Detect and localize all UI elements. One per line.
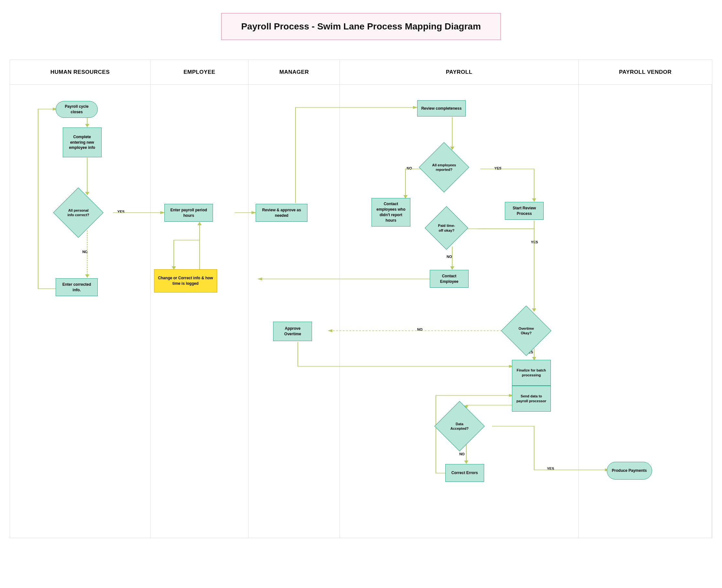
node-complete-entering: Complete entering new employee info	[63, 127, 102, 157]
node-approve-overtime: Approve Overtime	[273, 322, 312, 341]
label-no: NO	[447, 255, 452, 258]
node-produce-payments: Produce Payments	[607, 462, 652, 480]
node-label: Contact employees who didn't report hour…	[375, 201, 407, 223]
node-finalize-batch: Finalize for batch processing	[512, 360, 551, 386]
lane-header-vendor: PAYROLL VENDOR	[579, 60, 712, 84]
lane-header-manager: MANAGER	[249, 60, 340, 84]
lane-headers: HUMAN RESOURCES EMPLOYEE MANAGER PAYROLL…	[10, 60, 712, 85]
node-label: Send data to payroll processor	[515, 394, 548, 404]
decision-all-emp-reported: All employees reported?	[426, 149, 462, 185]
lane-col-employee	[150, 85, 249, 538]
label-no: NO	[82, 250, 88, 254]
node-enter-payroll-hours: Enter payroll period hours	[164, 204, 213, 222]
node-review-approve: Review & approve as needed	[256, 204, 307, 222]
label-yes: YES	[118, 210, 125, 214]
node-contact-employee: Contact Employee	[430, 270, 469, 288]
node-label: Start Review Process	[508, 206, 541, 216]
node-label: All personal info correct?	[61, 195, 96, 230]
node-payroll-cycle-closes: Payroll cycle closes	[56, 101, 98, 118]
node-change-correct: Change or Correct info & how time is log…	[154, 269, 217, 293]
node-label: Payroll cycle closes	[59, 104, 95, 115]
node-label: Review completeness	[421, 106, 462, 111]
lane-header-hr: HUMAN RESOURCES	[10, 60, 150, 84]
node-label: Change or Correct info & how time is log…	[157, 275, 214, 287]
node-label: Complete entering new employee info	[66, 134, 99, 150]
decision-data-accepted: Data Accepted?	[442, 408, 477, 444]
node-correct-errors: Correct Errors	[445, 464, 484, 482]
lane-header-payroll: PAYROLL	[340, 60, 578, 84]
node-label: All employees reported?	[426, 149, 462, 185]
node-label: Enter payroll period hours	[167, 207, 210, 218]
decision-paid-timeoff: Paid time-off okay?	[431, 213, 462, 243]
label-yes: YES	[494, 166, 502, 170]
label-yes: YES	[531, 240, 538, 244]
node-label: Correct Errors	[451, 470, 478, 476]
node-label: Finalize for batch processing	[515, 368, 548, 378]
node-label: Approve Overtime	[276, 326, 309, 337]
label-no: NO	[406, 166, 412, 170]
lane-header-employee: EMPLOYEE	[150, 60, 249, 84]
label-no: NO	[417, 328, 423, 331]
label-no: NO	[459, 452, 465, 456]
node-label: Data Accepted?	[442, 408, 477, 444]
node-contact-emp-noreport: Contact employees who didn't report hour…	[371, 198, 410, 227]
node-send-data: Send data to payroll processor	[512, 386, 551, 412]
diagram-title: Payroll Process - Swim Lane Process Mapp…	[241, 21, 481, 32]
node-review-completeness: Review completeness	[417, 100, 466, 117]
diagram-title-box: Payroll Process - Swim Lane Process Mapp…	[221, 13, 501, 40]
node-enter-corrected: Enter corrected info.	[56, 278, 98, 296]
node-label: Overtime Okay?	[508, 313, 544, 349]
node-label: Contact Employee	[433, 273, 466, 285]
node-label: Produce Payments	[612, 468, 647, 474]
decision-personal-info: All personal info correct?	[61, 195, 96, 230]
node-start-review: Start Review Process	[505, 202, 544, 220]
node-label: Paid time-off okay?	[431, 213, 462, 243]
lane-col-manager	[249, 85, 340, 538]
decision-overtime-okay: Overtime Okay?	[508, 313, 544, 349]
label-yes: YES	[547, 467, 554, 470]
swimlane-diagram: HUMAN RESOURCES EMPLOYEE MANAGER PAYROLL…	[10, 60, 712, 538]
lane-body: Payroll cycle closes Complete entering n…	[10, 85, 712, 538]
node-label: Enter corrected info.	[59, 282, 95, 293]
node-label: Review & approve as needed	[259, 207, 304, 218]
